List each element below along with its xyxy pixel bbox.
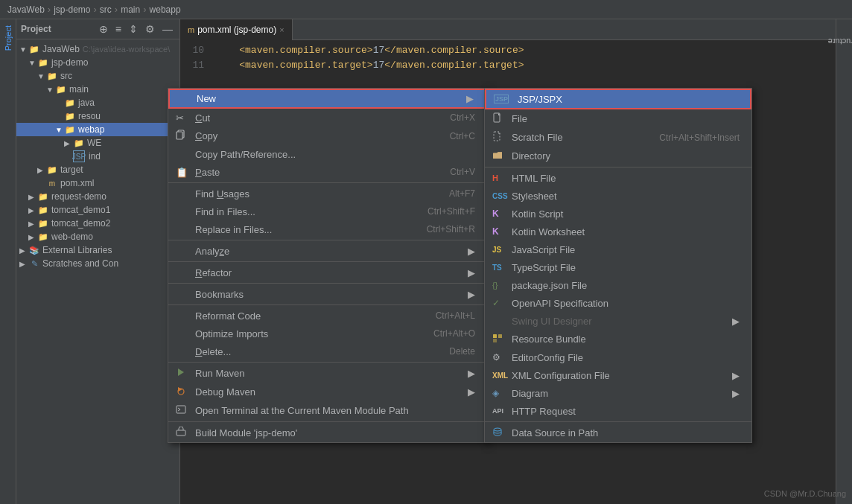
tree-item-external-libs[interactable]: ▶ 📚 External Libraries — [16, 243, 179, 257]
tree-label: External Libraries — [42, 245, 112, 255]
toolbar-icon-settings[interactable]: ⚙ — [143, 22, 157, 36]
submenu-item-directory[interactable]: Directory — [485, 147, 751, 165]
submenu-sep-1 — [485, 167, 751, 168]
submenu-label-diagram: Diagram — [512, 388, 548, 399]
menu-item-delete[interactable]: Delete... Delete — [168, 342, 487, 360]
menu-item-copy[interactable]: Copy Ctrl+C — [168, 127, 487, 145]
toolbar-icon-close[interactable]: — — [160, 22, 175, 36]
tree-item-main[interactable]: ▼ 📁 main — [16, 83, 179, 96]
menu-label-build-module: Build Module 'jsp-demo' — [195, 427, 297, 438]
menu-label-delete: Delete... — [195, 346, 231, 357]
file-xml-icon: m — [46, 177, 58, 189]
sidebar-tab-project[interactable]: Project — [1, 19, 15, 57]
menu-item-reformat[interactable]: Reformat Code Ctrl+Alt+L — [168, 307, 487, 325]
tree-item-resources[interactable]: ▶ 📁 resou — [16, 109, 179, 123]
menu-item-analyze[interactable]: Analyze ▶ — [168, 242, 487, 260]
toolbar-icon-align[interactable]: ≡ — [113, 22, 124, 36]
submenu-item-js[interactable]: JS JavaScript File — [485, 240, 751, 258]
submenu-item-data-source[interactable]: Data Source in Path — [485, 424, 751, 442]
menu-arrow-run-maven: ▶ — [468, 368, 475, 379]
submenu-item-package-json[interactable]: {} package.json File — [485, 276, 751, 294]
tree-path: C:\java\idea-workspace\ — [83, 45, 170, 54]
submenu-item-scratch-file[interactable]: Scratch File Ctrl+Alt+Shift+Insert — [485, 128, 751, 147]
tab-label: pom.xml (jsp-demo) — [197, 25, 276, 35]
menu-item-run-maven[interactable]: Run Maven ▶ — [168, 364, 487, 383]
tree-label: pom.xml — [60, 178, 94, 188]
folder-icon: 📁 — [37, 217, 49, 229]
breadcrumb-item-3[interactable]: src — [100, 4, 112, 15]
tree-item-webapp[interactable]: ▼ 📁 webap — [16, 123, 179, 136]
toolbar-icon-add[interactable]: ⊕ — [97, 22, 110, 36]
menu-item-debug-maven[interactable]: Debug Maven ▶ — [168, 383, 487, 401]
menu-item-replace-in-files[interactable]: Replace in Files... Ctrl+Shift+R — [168, 220, 487, 238]
tree-arrow: ▶ — [28, 233, 37, 241]
http-request-icon: API — [492, 407, 507, 415]
tree-arrow: ▶ — [28, 220, 37, 228]
tree-label: java — [78, 98, 95, 108]
menu-arrow-refactor: ▶ — [468, 267, 475, 278]
submenu-item-file[interactable]: File — [485, 109, 751, 128]
tree-label: web-demo — [51, 232, 93, 242]
submenu-label-file: File — [512, 113, 527, 124]
submenu-label-package-json: package.json File — [512, 280, 587, 291]
breadcrumb-item-2[interactable]: jsp-demo — [54, 4, 90, 15]
menu-item-refactor[interactable]: Refactor ▶ — [168, 264, 487, 281]
menu-icon-run-maven — [176, 367, 191, 380]
submenu-item-ts[interactable]: TS TypeScript File — [485, 258, 751, 276]
tree-item-javaweb[interactable]: ▼ 📁 JavaWeb C:\java\idea-workspace\ — [16, 42, 179, 56]
submenu-item-css[interactable]: CSS Stylesheet — [485, 187, 751, 205]
submenu-item-http-request[interactable]: API HTTP Request — [485, 402, 751, 420]
js-icon: JS — [492, 246, 507, 254]
tree-item-target[interactable]: ▶ 📁 target — [16, 163, 179, 176]
tree-item-java[interactable]: ▶ 📁 java — [16, 96, 179, 109]
submenu-item-kotlin-worksheet[interactable]: K Kotlin Worksheet — [485, 223, 751, 240]
breadcrumb-item-4[interactable]: main — [121, 4, 140, 15]
breadcrumb-item-1[interactable]: JavaWeb — [7, 4, 45, 15]
tree-item-webinf[interactable]: ▶ 📁 WE — [16, 136, 179, 150]
svg-rect-11 — [498, 334, 502, 338]
submenu-arrow-diagram: ▶ — [732, 388, 740, 399]
menu-arrow-analyze: ▶ — [468, 246, 475, 257]
submenu-item-openapi[interactable]: ✓ OpenAPI Specification — [485, 294, 751, 312]
structure-tab[interactable]: Structure — [821, 35, 852, 48]
menu-item-open-terminal[interactable]: Open Terminal at the Current Maven Modul… — [168, 401, 487, 420]
breadcrumb-item-5[interactable]: webapp — [150, 4, 181, 15]
menu-item-copy-path[interactable]: Copy Path/Reference... — [168, 145, 487, 163]
tree-item-tomcat-demo1[interactable]: ▶ 📁 tomcat_demo1 — [16, 203, 179, 217]
tree-item-web-demo[interactable]: ▶ 📁 web-demo — [16, 230, 179, 243]
menu-item-find-usages[interactable]: Find Usages Alt+F7 — [168, 185, 487, 202]
submenu-item-html[interactable]: H HTML File — [485, 169, 751, 187]
submenu-label-openapi: OpenAPI Specification — [512, 298, 608, 309]
tab-pom-xml[interactable]: m pom.xml (jsp-demo) × — [180, 19, 293, 40]
menu-label-bookmarks: Bookmarks — [195, 289, 244, 300]
menu-item-cut[interactable]: ✂ Cut Ctrl+X — [168, 109, 487, 127]
menu-item-new[interactable]: New ▶ — [168, 89, 487, 109]
submenu-item-resource-bundle[interactable]: Resource Bundle — [485, 330, 751, 348]
menu-item-paste[interactable]: 📋 Paste Ctrl+V — [168, 163, 487, 181]
tree-item-index-jsp[interactable]: ▶ JSP ind — [16, 150, 179, 163]
menu-label-new: New — [197, 93, 216, 104]
submenu-item-kotlin-script[interactable]: K Kotlin Script — [485, 205, 751, 223]
menu-label-debug-maven: Debug Maven — [195, 386, 255, 398]
submenu-item-diagram[interactable]: ◈ Diagram ▶ — [485, 384, 751, 402]
menu-label-open-terminal: Open Terminal at the Current Maven Modul… — [195, 405, 409, 416]
tab-close-icon[interactable]: × — [279, 25, 284, 34]
submenu-item-xml-config[interactable]: XML XML Configuration File ▶ — [485, 366, 751, 384]
toolbar-icon-collapse[interactable]: ⇕ — [127, 22, 140, 36]
side-tabs: Project — [0, 19, 16, 504]
menu-item-find-in-files[interactable]: Find in Files... Ctrl+Shift+F — [168, 202, 487, 220]
css-icon: CSS — [492, 192, 507, 200]
tree-item-pomxml[interactable]: ▶ m pom.xml — [16, 176, 179, 190]
menu-label-find-usages: Find Usages — [195, 188, 249, 200]
tree-item-jsp-demo[interactable]: ▼ 📁 jsp-demo — [16, 56, 179, 69]
menu-item-optimize[interactable]: Optimize Imports Ctrl+Alt+O — [168, 325, 487, 342]
menu-item-bookmarks[interactable]: Bookmarks ▶ — [168, 285, 487, 303]
project-label: Project — [21, 24, 94, 34]
submenu-item-swing: Swing UI Designer ▶ — [485, 312, 751, 330]
tree-item-src[interactable]: ▼ 📁 src — [16, 69, 179, 83]
menu-item-build-module[interactable]: Build Module 'jsp-demo' — [168, 424, 487, 442]
tree-item-tomcat-demo2[interactable]: ▶ 📁 tomcat_demo2 — [16, 217, 179, 230]
submenu-item-editorconfig[interactable]: ⚙ EditorConfig File — [485, 348, 751, 366]
tree-item-scratches[interactable]: ▶ ✎ Scratches and Con — [16, 257, 179, 270]
tree-item-request-demo[interactable]: ▶ 📁 request-demo — [16, 190, 179, 203]
